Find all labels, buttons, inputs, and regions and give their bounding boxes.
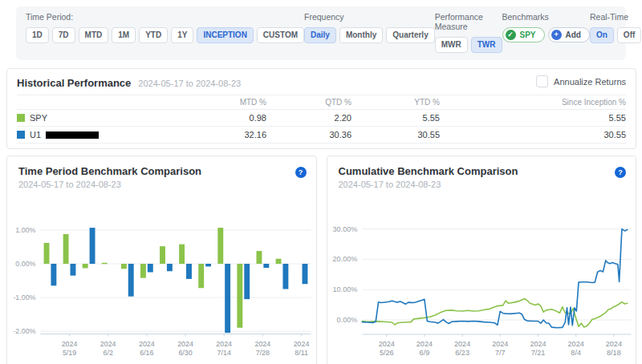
time-period-button-mtd[interactable]: MTD: [79, 27, 109, 43]
benchmarks-group: Benchmarks ✓SPY+Add: [502, 12, 590, 53]
time-period-button-inception[interactable]: INCEPTION: [197, 27, 253, 43]
x-axis-label: 6/16: [140, 349, 153, 357]
y-axis-label: 0.00%: [336, 316, 357, 324]
x-axis-label: 6/9: [419, 349, 429, 357]
x-axis-year-label: 2024: [62, 340, 78, 348]
value-cell: 2.20: [266, 113, 351, 123]
x-axis-label: 6/30: [178, 349, 192, 357]
bar-account[interactable]: [225, 264, 230, 333]
x-axis-label: 6/2: [104, 349, 113, 357]
series-color-swatch: [17, 114, 25, 122]
bar-spy[interactable]: [217, 228, 223, 264]
bar-account[interactable]: [186, 264, 192, 279]
time-period-options: 1D7DMTD1MYTD1YINCEPTIONCUSTOM: [26, 27, 304, 43]
time-period-button-1d[interactable]: 1D: [26, 27, 49, 43]
column-header: QTD %: [266, 98, 351, 107]
y-axis-label: 10.00%: [332, 285, 357, 293]
x-axis-label: 7/28: [256, 349, 270, 357]
x-axis-label: 8/11: [295, 349, 308, 357]
y-axis-label: -1.00%: [13, 293, 35, 301]
help-icon[interactable]: ?: [295, 167, 307, 178]
bar-spy[interactable]: [102, 263, 108, 265]
bar-account[interactable]: [282, 264, 288, 289]
bar-spy[interactable]: [121, 264, 127, 269]
x-axis-label: 8/18: [607, 349, 621, 357]
table-row: SPY0.982.205.555.55: [17, 110, 626, 127]
table-header-row: MTD %QTD %YTD %Since Inception %: [17, 95, 626, 110]
bar-spy[interactable]: [140, 264, 146, 278]
real-time-button-on[interactable]: On: [590, 27, 614, 43]
bar-spy[interactable]: [63, 234, 69, 264]
bar-spy[interactable]: [256, 251, 262, 264]
value-cell: 5.55: [351, 113, 440, 123]
bar-chart-canvas[interactable]: 1.00%0.00%-1.00%-2.00%20245/1920246/2202…: [7, 192, 316, 364]
row-name: SPY: [30, 113, 47, 123]
bar-account[interactable]: [244, 264, 250, 299]
bar-account[interactable]: [51, 264, 56, 285]
benchmark-pill-spy[interactable]: ✓SPY: [502, 27, 545, 42]
bar-account[interactable]: [71, 264, 76, 276]
time-period-chart-date-range: 2024-05-17 to 2024-08-23: [18, 180, 305, 189]
historical-performance-title: Historical Performance: [17, 77, 131, 89]
time-period-button-custom[interactable]: CUSTOM: [257, 27, 304, 43]
bar-account[interactable]: [263, 264, 269, 268]
time-period-button-1y[interactable]: 1Y: [171, 27, 193, 43]
bar-account[interactable]: [205, 264, 211, 266]
time-period-group: Time Period: 1D7DMTD1MYTD1YINCEPTIONCUST…: [26, 12, 304, 53]
help-icon[interactable]: ?: [615, 167, 626, 178]
bar-spy[interactable]: [276, 259, 282, 264]
performance-measure-options: MWRTWR: [435, 37, 502, 53]
bar-spy[interactable]: [198, 264, 204, 288]
bar-spy[interactable]: [160, 246, 165, 264]
x-axis-label: 5/26: [379, 349, 393, 357]
frequency-label: Frequency: [304, 12, 435, 22]
time-period-button-1m[interactable]: 1M: [112, 27, 136, 43]
x-axis-year-label: 2024: [255, 340, 271, 348]
line-account[interactable]: [362, 229, 627, 328]
real-time-button-off[interactable]: Off: [617, 27, 641, 43]
bar-spy[interactable]: [179, 245, 185, 264]
x-axis-year-label: 2024: [567, 340, 583, 348]
historical-performance-date-range: 2024-05-17 to 2024-08-23: [138, 79, 241, 88]
x-axis-year-label: 2024: [454, 340, 470, 348]
bar-account[interactable]: [90, 228, 95, 264]
x-axis-label: 7/21: [530, 349, 545, 357]
time-period-button-ytd[interactable]: YTD: [139, 27, 168, 43]
redacted-name: [46, 131, 99, 139]
real-time-group: Real-Time OnOff: [590, 12, 641, 53]
x-axis-year-label: 2024: [216, 340, 232, 348]
y-axis-label: 1.00%: [15, 226, 35, 234]
x-axis-year-label: 2024: [530, 340, 546, 348]
performance-measure-button-mwr[interactable]: MWR: [435, 37, 468, 53]
time-period-button-7d[interactable]: 7D: [52, 27, 75, 43]
column-header: YTD %: [351, 98, 440, 107]
x-axis-year-label: 2024: [177, 340, 193, 348]
performance-measure-group: Performance Measure MWRTWR: [435, 12, 502, 53]
annualize-returns-checkbox[interactable]: [536, 75, 548, 87]
time-period-label: Time Period:: [26, 12, 304, 22]
value-cell: 5.55: [440, 113, 626, 123]
bar-account[interactable]: [303, 264, 308, 284]
y-axis-label: 20.00%: [332, 255, 357, 263]
performance-measure-button-twr[interactable]: TWR: [471, 37, 502, 53]
value-cell: 0.98: [188, 113, 266, 123]
column-header: MTD %: [188, 98, 266, 107]
bar-account[interactable]: [148, 264, 153, 273]
x-axis-year-label: 2024: [294, 340, 310, 348]
bar-spy[interactable]: [83, 264, 88, 268]
frequency-button-daily[interactable]: Daily: [304, 27, 336, 43]
bar-spy[interactable]: [44, 243, 50, 264]
frequency-button-monthly[interactable]: Monthly: [339, 27, 383, 43]
frequency-button-quarterly[interactable]: Quarterly: [386, 27, 434, 43]
filters-toolbar: Time Period: 1D7DMTD1MYTD1YINCEPTIONCUST…: [16, 6, 626, 60]
benchmark-pill-add[interactable]: +Add: [548, 27, 590, 42]
bar-account[interactable]: [128, 264, 134, 297]
line-chart-canvas[interactable]: 30.00%20.00%10.00%0.00%20245/2620246/920…: [327, 192, 636, 364]
bar-spy[interactable]: [237, 264, 242, 328]
annualize-returns-label: Annualize Returns: [554, 77, 626, 87]
check-icon: ✓: [506, 30, 516, 40]
cumulative-chart-date-range: 2024-05-17 to 2024-08-23: [339, 180, 625, 189]
x-axis-label: 5/19: [63, 349, 76, 357]
x-axis-year-label: 2024: [605, 340, 621, 348]
bar-account[interactable]: [167, 264, 173, 271]
